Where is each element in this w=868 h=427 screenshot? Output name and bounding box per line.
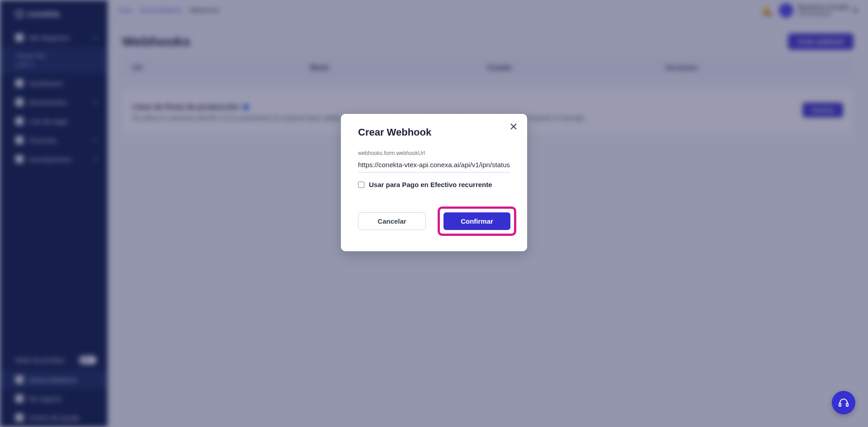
recurrent-cash-checkbox[interactable]: [358, 182, 364, 188]
modal-actions: Cancelar Confirmar: [358, 206, 510, 236]
modal-overlay[interactable]: Crear Webhook webhooks.form.webhookUrl U…: [0, 0, 868, 427]
headset-icon: [838, 397, 849, 408]
close-icon: [510, 123, 517, 130]
modal-title: Crear Webhook: [358, 127, 510, 138]
cancel-button[interactable]: Cancelar: [358, 212, 426, 230]
recurrent-cash-label[interactable]: Usar para Pago en Efectivo recurrente: [369, 181, 492, 188]
confirm-highlight-annotation: Confirmar: [438, 206, 516, 236]
url-field-label: webhooks.form.webhookUrl: [358, 150, 510, 156]
svg-rect-2: [839, 404, 841, 406]
webhook-url-input[interactable]: [358, 158, 510, 173]
create-webhook-modal: Crear Webhook webhooks.form.webhookUrl U…: [341, 114, 527, 251]
svg-rect-3: [846, 404, 848, 406]
help-fab[interactable]: [832, 391, 855, 414]
close-button[interactable]: [508, 121, 519, 132]
confirm-button[interactable]: Confirmar: [443, 212, 510, 230]
